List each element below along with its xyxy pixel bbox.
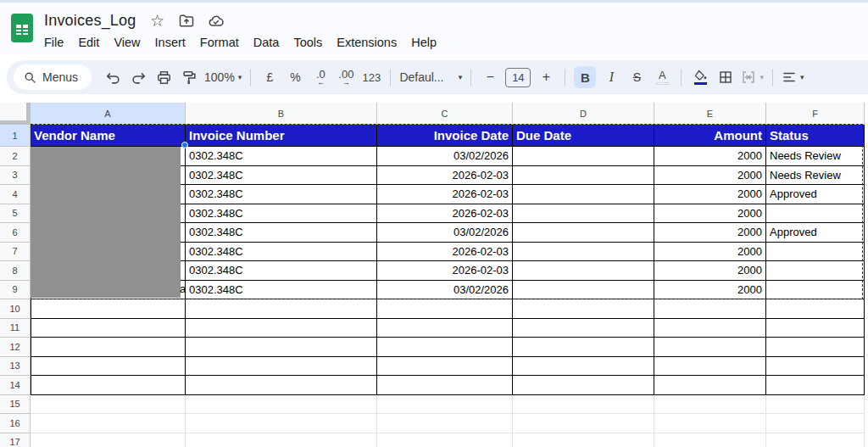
cell-F9[interactable] <box>766 281 865 300</box>
cell-E9[interactable]: 2000 <box>654 281 766 300</box>
cell-C6[interactable]: 03/02/2026 <box>377 223 513 243</box>
cell-B13[interactable] <box>186 357 377 377</box>
decrease-decimal-button[interactable]: .0 ← <box>310 66 331 88</box>
cell-B2[interactable]: 0302.348C <box>186 147 377 166</box>
cell-E6[interactable]: 2000 <box>654 223 766 243</box>
cell-A1[interactable]: Vendor Name <box>31 125 186 147</box>
column-header-D[interactable]: D <box>513 103 654 125</box>
cell-E1[interactable]: Amount <box>654 125 766 147</box>
cell-B8[interactable]: 0302.348C <box>186 261 377 281</box>
cell-E5[interactable]: 2000 <box>654 204 766 224</box>
cell-D7[interactable] <box>513 243 654 262</box>
row-header-14[interactable]: 14 <box>0 376 31 395</box>
column-header-F[interactable]: F <box>766 103 865 125</box>
select-all-corner[interactable] <box>0 103 31 125</box>
row-header-13[interactable]: 13 <box>0 357 31 377</box>
cell-F3[interactable]: Needs Review <box>766 166 865 186</box>
column-header-B[interactable]: B <box>186 103 377 125</box>
cell-E7[interactable]: 2000 <box>654 243 766 262</box>
increase-font-size-button[interactable]: + <box>536 66 556 88</box>
cell-A10[interactable] <box>31 299 186 319</box>
cell-B7[interactable]: 0302.348C <box>186 243 377 262</box>
cell-F8[interactable] <box>766 261 865 281</box>
increase-decimal-button[interactable]: .00 → <box>336 66 356 88</box>
cell-F1[interactable]: Status <box>766 125 865 147</box>
cell-B1[interactable]: Invoice Number <box>186 125 377 147</box>
menus-search-button[interactable]: Menus <box>14 64 92 90</box>
cell-E14[interactable] <box>654 376 766 395</box>
cell-E2[interactable]: 2000 <box>654 147 766 166</box>
cell-F17[interactable] <box>766 433 865 447</box>
more-formats-button[interactable]: 123 <box>361 66 381 88</box>
cell-A15[interactable] <box>31 395 186 415</box>
print-button[interactable] <box>153 66 174 88</box>
merge-cells-button[interactable]: ▾ <box>741 66 764 88</box>
cell-F5[interactable] <box>766 204 865 224</box>
cell-E10[interactable] <box>654 299 766 319</box>
cell-C13[interactable] <box>377 357 513 377</box>
horizontal-align-button[interactable]: ▾ <box>782 66 804 88</box>
cell-B4[interactable]: 0302.348C <box>186 185 377 204</box>
cell-C10[interactable] <box>377 299 513 319</box>
font-size-input[interactable]: 14 <box>505 68 531 87</box>
row-header-15[interactable]: 15 <box>0 395 31 415</box>
cell-F2[interactable]: Needs Review <box>766 147 865 166</box>
row-header-9[interactable]: 9 <box>0 281 31 300</box>
cell-C8[interactable]: 2026-02-03 <box>377 261 513 281</box>
row-header-5[interactable]: 5 <box>0 204 31 224</box>
row-header-2[interactable]: 2 <box>0 147 31 166</box>
cell-D3[interactable] <box>513 166 654 186</box>
row-header-4[interactable]: 4 <box>0 185 31 204</box>
cell-D4[interactable] <box>513 185 654 204</box>
cell-B17[interactable] <box>186 433 377 447</box>
percent-format-button[interactable]: % <box>285 66 305 88</box>
row-header-12[interactable]: 12 <box>0 338 31 357</box>
cell-F10[interactable] <box>766 299 865 319</box>
cell-D16[interactable] <box>513 414 654 433</box>
bold-button[interactable]: B <box>574 66 596 88</box>
menu-view[interactable]: View <box>114 36 140 49</box>
cell-F6[interactable]: Approved <box>766 223 865 243</box>
cell-B9[interactable]: 0302.348C <box>186 281 377 300</box>
cell-D10[interactable] <box>513 299 654 319</box>
cell-D14[interactable] <box>513 376 654 395</box>
cell-A13[interactable] <box>31 357 186 377</box>
menu-format[interactable]: Format <box>200 36 239 49</box>
cell-F11[interactable] <box>766 319 865 338</box>
cell-C11[interactable] <box>377 319 513 338</box>
paint-format-button[interactable] <box>179 66 199 88</box>
cell-E17[interactable] <box>654 433 766 447</box>
undo-button[interactable] <box>103 66 123 88</box>
cell-A14[interactable] <box>31 376 186 395</box>
cell-C16[interactable] <box>377 414 513 433</box>
column-header-C[interactable]: C <box>377 103 513 125</box>
cell-F12[interactable] <box>766 338 865 357</box>
menu-data[interactable]: Data <box>253 36 280 49</box>
column-header-E[interactable]: E <box>654 103 766 125</box>
row-header-7[interactable]: 7 <box>0 243 31 262</box>
row-header-11[interactable]: 11 <box>0 319 31 338</box>
cell-E15[interactable] <box>654 395 766 415</box>
cell-D2[interactable] <box>513 147 654 166</box>
cell-C4[interactable]: 2026-02-03 <box>377 185 513 204</box>
cell-D8[interactable] <box>513 261 654 281</box>
cell-D17[interactable] <box>513 433 654 447</box>
row-header-6[interactable]: 6 <box>0 223 31 243</box>
cell-D13[interactable] <box>513 357 654 377</box>
cell-D5[interactable] <box>513 204 654 224</box>
cell-B16[interactable] <box>186 414 377 433</box>
italic-button[interactable]: I <box>601 66 621 88</box>
text-color-button[interactable]: A <box>652 66 672 88</box>
document-title[interactable]: Invoices_Log <box>44 12 136 30</box>
cell-C17[interactable] <box>377 433 513 447</box>
menu-help[interactable]: Help <box>411 36 437 49</box>
menu-insert[interactable]: Insert <box>155 36 186 49</box>
cell-A17[interactable] <box>31 433 186 447</box>
row-header-3[interactable]: 3 <box>0 166 31 186</box>
menu-edit[interactable]: Edit <box>78 36 99 49</box>
cell-C12[interactable] <box>377 338 513 357</box>
cell-F7[interactable] <box>766 243 865 262</box>
cell-C14[interactable] <box>377 376 513 395</box>
move-to-folder-icon[interactable] <box>178 13 195 30</box>
font-select[interactable]: Defaul... ▾ <box>399 66 462 88</box>
